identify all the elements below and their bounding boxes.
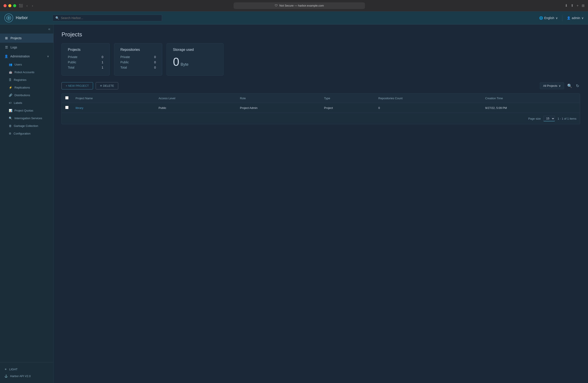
filter-dropdown[interactable]: All Projects ∨ [540,82,564,89]
search-input[interactable] [61,16,159,20]
row-type: Project [320,103,375,113]
light-mode-toggle[interactable]: ☀ LIGHT [4,366,49,373]
toolbar-right: All Projects ∨ 🔍 ↻ [540,82,580,89]
col-project-name: Project Name [72,93,155,103]
configuration-label: Configuration [14,132,30,135]
user-chevron-icon: ∨ [581,16,584,20]
security-icon: 🛡 [275,4,278,7]
nav-forward-btn[interactable]: › [31,3,34,8]
garbage-collection-label: Garbage Collection [14,124,38,128]
browser-chrome: ⬛ ‹ › 🛡 Not Secure — harbor.example.com … [0,0,588,11]
interrogation-icon: 🔍 [9,116,12,120]
harbor-api-link[interactable]: ⚓ Harbor API V2.0 [4,373,49,380]
project-quotas-label: Project Quotas [14,109,33,112]
pagination-bar: Page size 15 25 50 1 - 1 of 1 items [62,113,580,124]
app-container: Harbor 🔍 🌐 English ∨ 👤 admin ∨ [0,11,588,383]
refresh-button[interactable]: ↻ [575,83,580,89]
repos-public-value: 0 [154,61,156,64]
labels-label: Labels [14,101,22,105]
stats-row: Projects Private 0 Public 1 Total 1 [62,43,580,76]
sidebar-item-logs[interactable]: ☰ Logs [0,43,53,52]
sidebar-item-registries[interactable]: 🗄 Registries [2,76,53,84]
sidebar-collapse-btn[interactable]: « [0,24,53,34]
administration-label: Administration [10,55,30,58]
table-header-row: Project Name Access Level Role Type Repo… [62,93,580,103]
sidebar-item-project-quotas[interactable]: 📊 Project Quotas [2,107,53,114]
sidebar-projects-label: Projects [11,36,22,40]
users-label: Users [14,63,22,66]
row-role: Project Admin [236,103,320,113]
search-projects-button[interactable]: 🔍 [566,83,573,89]
sidebar-item-projects[interactable]: ⊞ Projects [0,34,53,43]
close-button[interactable] [3,4,7,7]
language-selector[interactable]: 🌐 English ∨ [539,16,558,20]
user-menu[interactable]: 👤 admin ∨ [567,16,584,20]
row-project-name: library [72,103,155,113]
grid-btn[interactable]: ⊞ [582,3,585,8]
search-icon: 🔍 [55,16,59,20]
project-quotas-icon: 📊 [9,109,12,112]
storage-display: 0 Byte [173,56,217,68]
projects-total-value: 1 [102,66,103,69]
interrogation-label: Interrogation Services [14,116,42,120]
logs-icon: ☰ [4,45,8,49]
toolbar: + NEW PROJECT ✕ DELETE All Projects ∨ 🔍 … [62,82,580,90]
sun-icon: ☀ [4,368,7,371]
repos-stat-title: Repositories [120,48,156,52]
projects-total-row: Total 1 [68,66,103,69]
sidebar-item-garbage-collection[interactable]: 🗑 Garbage Collection [2,122,53,130]
administration-section[interactable]: 👤 Administration ∨ [0,52,53,61]
sidebar-item-interrogation-services[interactable]: 🔍 Interrogation Services [2,114,53,122]
sidebar-item-distributions[interactable]: 🔗 Distributions [2,91,53,99]
filter-label: All Projects [543,84,557,88]
lang-chevron-icon: ∨ [556,16,558,20]
projects-public-label: Public [68,61,76,64]
sidebar-item-robot-accounts[interactable]: 🤖 Robot Accounts [2,68,53,76]
repos-total-label: Total [120,66,127,69]
address-bar[interactable]: 🛡 Not Secure — harbor.example.com [233,2,365,9]
select-all-checkbox[interactable] [65,96,68,99]
row-repos-count: 0 [375,103,482,113]
storage-unit: Byte [181,62,189,67]
projects-stat-card: Projects Private 0 Public 1 Total 1 [62,43,110,76]
registries-icon: 🗄 [9,78,12,82]
projects-private-row: Private 0 [68,55,103,59]
api-icon: ⚓ [4,374,8,378]
delete-button[interactable]: ✕ DELETE [96,82,118,90]
maximize-button[interactable] [13,4,16,7]
minimize-button[interactable] [8,4,11,7]
sidebar-item-configuration[interactable]: ⚙ Configuration [2,130,53,137]
projects-total-label: Total [68,66,74,69]
download-btn[interactable]: ⬇ [565,3,568,8]
browser-right-controls: ⬇ ⬆ + ⊞ [565,3,585,8]
table-row: library Public Project Admin Project 0 9… [62,103,580,113]
header-right: 🌐 English ∨ 👤 admin ∨ [539,15,584,21]
sidebar-toggle-btn[interactable]: ⬛ [19,4,23,8]
page-size-label: Page size [528,117,541,120]
sidebar-nav: ⊞ Projects ☰ Logs 👤 Administration ∨ 👥 U… [0,34,53,362]
page-size-select[interactable]: 15 25 50 [543,116,555,121]
new-tab-btn[interactable]: + [577,4,579,8]
sidebar-item-users[interactable]: 👥 Users [2,61,53,68]
repos-public-label: Public [120,61,129,64]
project-link[interactable]: library [76,106,83,110]
nav-back-btn[interactable]: ‹ [26,3,28,8]
repos-total-value: 0 [154,66,156,69]
sidebar: « ⊞ Projects ☰ Logs 👤 Administration ∨ [0,24,54,383]
table-header-checkbox [62,93,72,103]
garbage-collection-icon: 🗑 [9,124,12,128]
replications-label: Replications [14,86,30,89]
app-logo [4,14,13,22]
row-checkbox[interactable] [65,106,68,109]
administration-chevron-icon: ∨ [47,55,49,58]
repos-private-row: Private 0 [120,55,156,59]
share-btn[interactable]: ⬆ [571,3,574,8]
new-project-button[interactable]: + NEW PROJECT [62,82,93,90]
header-divider [562,15,562,21]
sidebar-item-labels[interactable]: 🏷 Labels [2,99,53,107]
storage-stat-title: Storage used [173,48,217,52]
search-wrapper: 🔍 [53,15,162,21]
logo-area: Harbor [4,14,48,22]
new-project-label: + NEW PROJECT [66,84,89,88]
sidebar-item-replications[interactable]: ⚡ Replications [2,84,53,91]
